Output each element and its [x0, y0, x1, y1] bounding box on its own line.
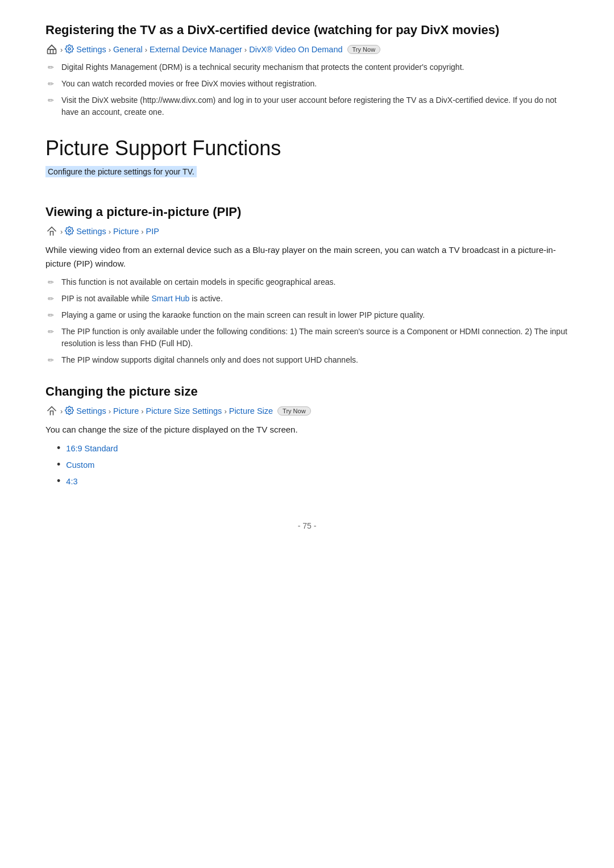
home-icon: [45, 43, 58, 56]
pip-bullet-2: ✏ PIP is not available while Smart Hub i…: [45, 293, 569, 305]
section-picture-size: Changing the picture size › Settings › P…: [45, 384, 569, 487]
breadcrumb-pip-settings[interactable]: Settings: [76, 227, 106, 236]
sep-ps-3: ›: [141, 407, 143, 416]
page-number: - 75 -: [298, 521, 317, 530]
list-item-custom: Custom: [57, 459, 569, 471]
pip-title: Viewing a picture-in-picture (PIP): [45, 205, 569, 219]
section-divx: Registering the TV as a DivX-certified d…: [45, 23, 569, 118]
breadcrumb-picture-size: › Settings › Picture › Picture Size Sett…: [45, 405, 569, 417]
divx-bullets: ✏ Digital Rights Management (DRM) is a t…: [45, 61, 569, 118]
breadcrumb-settings[interactable]: Settings: [76, 45, 106, 54]
pencil-icon-3: ✏: [45, 95, 56, 106]
divx-bullet-3: ✏ Visit the DivX website (http://www.div…: [45, 94, 569, 118]
pip-body: While viewing video from an external dev…: [45, 243, 569, 271]
pencil-icon-pip-4: ✏: [45, 327, 56, 337]
svg-point-2: [68, 230, 70, 232]
picture-support-subtitle: Configure the picture settings for your …: [45, 166, 197, 177]
pip-bullet-5: ✏ The PIP window supports digital channe…: [45, 354, 569, 366]
breadcrumb-ps-settings[interactable]: Settings: [76, 406, 106, 416]
section-pip: Viewing a picture-in-picture (PIP) › Set…: [45, 205, 569, 366]
picture-support-title: Picture Support Functions: [45, 136, 569, 160]
pencil-icon-pip-2: ✏: [45, 294, 56, 304]
pencil-icon-1: ✏: [45, 63, 56, 73]
list-item-custom-label: Custom: [66, 460, 94, 470]
breadcrumb-external-device-manager[interactable]: External Device Manager: [150, 45, 242, 54]
sep1: ›: [60, 45, 63, 54]
pip-bullet-4: ✏ The PIP function is only available und…: [45, 326, 569, 350]
gear-icon-pip: [65, 226, 74, 237]
list-item-43: 4:3: [57, 475, 569, 487]
sep-ps-4: ›: [224, 407, 226, 416]
sep2: ›: [109, 45, 111, 54]
sep-ps-2: ›: [109, 407, 111, 416]
section-picture-support: Picture Support Functions Configure the …: [45, 136, 569, 188]
pip-bullet-1: ✏ This function is not available on cert…: [45, 276, 569, 288]
pencil-icon-pip-5: ✏: [45, 355, 56, 366]
picture-size-list: 16:9 Standard Custom 4:3: [57, 442, 569, 487]
sep-pip-3: ›: [141, 227, 143, 236]
breadcrumb-ps-picture[interactable]: Picture: [113, 406, 139, 416]
breadcrumb-pip-picture[interactable]: Picture: [113, 227, 139, 236]
sep4: ›: [244, 45, 247, 54]
try-now-badge-ps[interactable]: Try Now: [277, 406, 311, 416]
pencil-icon-2: ✏: [45, 79, 56, 89]
divx-bullet-1: ✏ Digital Rights Management (DRM) is a t…: [45, 61, 569, 73]
sep-ps-1: ›: [60, 407, 63, 416]
home-icon-pip: [45, 225, 58, 238]
page-footer: - 75 -: [45, 521, 569, 530]
svg-point-3: [68, 409, 70, 412]
gear-icon: [65, 44, 74, 55]
pip-bullets: ✏ This function is not available on cert…: [45, 276, 569, 366]
smart-hub-link[interactable]: Smart Hub: [152, 294, 190, 303]
list-item-169-label: 16:9 Standard: [66, 444, 118, 453]
pencil-icon-pip-1: ✏: [45, 277, 56, 288]
breadcrumb-pip: › Settings › Picture › PIP: [45, 225, 569, 238]
sep-pip-1: ›: [60, 227, 63, 236]
gear-icon-ps: [65, 406, 74, 417]
list-item-43-label: 4:3: [66, 477, 77, 486]
divx-bullet-2: ✏ You can watch recorded movies or free …: [45, 78, 569, 90]
breadcrumb-divx-video[interactable]: DivX® Video On Demand: [249, 45, 342, 54]
try-now-badge-divx[interactable]: Try Now: [347, 45, 381, 54]
svg-point-1: [68, 48, 70, 50]
breadcrumb-ps-size-settings[interactable]: Picture Size Settings: [146, 406, 222, 416]
picture-size-title: Changing the picture size: [45, 384, 569, 399]
picture-size-body: You can change the size of the picture d…: [45, 423, 569, 437]
breadcrumb-divx: › Settings › General › External Device M…: [45, 43, 569, 56]
breadcrumb-ps-size[interactable]: Picture Size: [229, 406, 273, 416]
breadcrumb-general[interactable]: General: [113, 45, 143, 54]
sep-pip-2: ›: [109, 227, 111, 236]
pip-bullet-3: ✏ Playing a game or using the karaoke fu…: [45, 309, 569, 321]
sep3: ›: [145, 45, 147, 54]
svg-rect-0: [48, 49, 56, 54]
section-divx-title: Registering the TV as a DivX-certified d…: [45, 23, 569, 38]
breadcrumb-pip-pip[interactable]: PIP: [146, 227, 159, 236]
pencil-icon-pip-3: ✏: [45, 310, 56, 321]
list-item-169: 16:9 Standard: [57, 442, 569, 454]
home-icon-ps: [45, 405, 58, 417]
